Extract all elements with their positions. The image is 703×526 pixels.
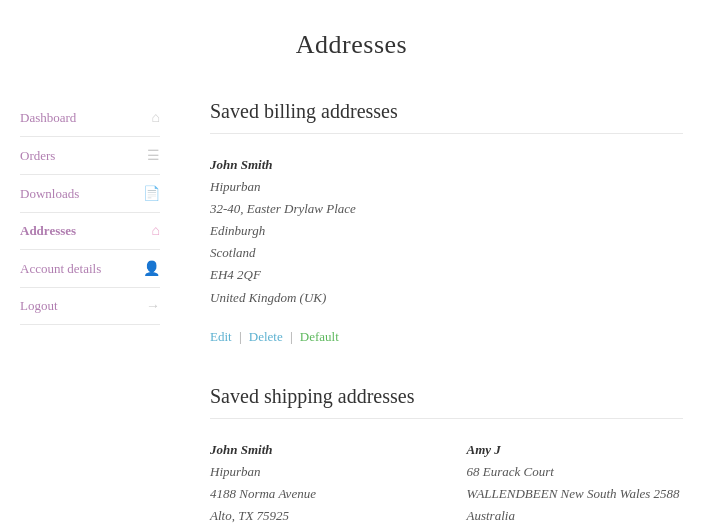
billing-sep1: |: [239, 329, 242, 344]
billing-postcode: EH4 2QF: [210, 264, 683, 286]
sidebar-addresses-label: Addresses: [20, 223, 76, 239]
sidebar-account-label: Account details: [20, 261, 101, 277]
shipping-section-title: Saved shipping addresses: [210, 385, 683, 419]
shipping-country-2: Australia: [467, 505, 684, 526]
sidebar-logout-label: Logout: [20, 298, 58, 314]
billing-edit-link[interactable]: Edit: [210, 329, 232, 344]
shipping-street-2: 68 Eurack Court: [467, 461, 684, 483]
logout-icon: →: [146, 298, 160, 314]
billing-company: Hipurban: [210, 176, 683, 198]
shipping-city-2: WALLENDBEEN New South Wales 2588: [467, 483, 684, 505]
orders-icon: ☰: [147, 147, 160, 164]
addresses-icon: ⌂: [152, 223, 160, 239]
account-icon: 👤: [143, 260, 160, 277]
shipping-name-1: John Smith: [210, 439, 427, 461]
shipping-company-1: Hipurban: [210, 461, 427, 483]
dashboard-icon: ⌂: [152, 110, 160, 126]
downloads-icon: 📄: [143, 185, 160, 202]
shipping-name-2: Amy J: [467, 439, 684, 461]
shipping-city-1: Alto, TX 75925: [210, 505, 427, 526]
sidebar-item-orders[interactable]: Orders ☰: [20, 137, 160, 175]
billing-section: Saved billing addresses John Smith Hipur…: [210, 100, 683, 345]
main-content: Saved billing addresses John Smith Hipur…: [180, 100, 683, 526]
billing-sep2: |: [290, 329, 293, 344]
billing-default-link[interactable]: Default: [300, 329, 339, 344]
sidebar: Dashboard ⌂ Orders ☰ Downloads 📄 Address…: [20, 100, 180, 526]
billing-region: Scotland: [210, 242, 683, 264]
sidebar-item-addresses[interactable]: Addresses ⌂: [20, 213, 160, 250]
sidebar-item-account-details[interactable]: Account details 👤: [20, 250, 160, 288]
shipping-section: Saved shipping addresses John Smith Hipu…: [210, 385, 683, 526]
sidebar-item-downloads[interactable]: Downloads 📄: [20, 175, 160, 213]
page-title: Addresses: [0, 0, 703, 100]
billing-address-block: John Smith Hipurban 32-40, Easter Drylaw…: [210, 154, 683, 309]
billing-delete-link[interactable]: Delete: [249, 329, 283, 344]
shipping-address-block-2: Amy J 68 Eurack Court WALLENDBEEN New So…: [467, 439, 684, 526]
shipping-address-1: John Smith Hipurban 4188 Norma Avenue Al…: [210, 439, 427, 526]
shipping-address-block-1: John Smith Hipurban 4188 Norma Avenue Al…: [210, 439, 427, 526]
billing-section-title: Saved billing addresses: [210, 100, 683, 134]
sidebar-downloads-label: Downloads: [20, 186, 79, 202]
sidebar-item-logout[interactable]: Logout →: [20, 288, 160, 325]
billing-street: 32-40, Easter Drylaw Place: [210, 198, 683, 220]
billing-actions: Edit | Delete | Default: [210, 329, 683, 345]
shipping-street-1: 4188 Norma Avenue: [210, 483, 427, 505]
sidebar-item-dashboard[interactable]: Dashboard ⌂: [20, 100, 160, 137]
shipping-addresses-container: John Smith Hipurban 4188 Norma Avenue Al…: [210, 439, 683, 526]
billing-country: United Kingdom (UK): [210, 287, 683, 309]
sidebar-orders-label: Orders: [20, 148, 55, 164]
billing-name: John Smith: [210, 154, 683, 176]
shipping-address-2: Amy J 68 Eurack Court WALLENDBEEN New So…: [467, 439, 684, 526]
billing-city: Edinburgh: [210, 220, 683, 242]
sidebar-dashboard-label: Dashboard: [20, 110, 76, 126]
